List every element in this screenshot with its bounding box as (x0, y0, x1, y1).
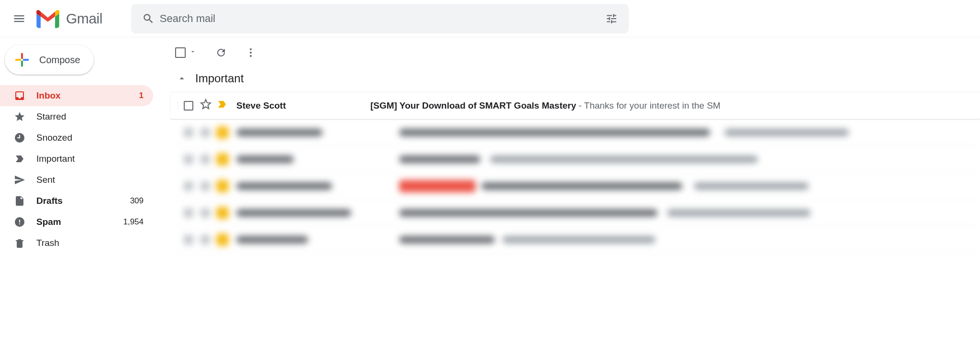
hamburger-icon (12, 12, 26, 25)
caret-down-icon (189, 48, 196, 55)
drafts-icon (13, 195, 26, 207)
gmail-m-icon (34, 8, 61, 29)
select-all-group[interactable] (175, 47, 196, 58)
main-pane: Important ⋮⋮ Steve Scott [SGM] Your Down… (153, 37, 980, 344)
mail-row-redacted (170, 146, 980, 173)
sidebar-item-count: 309 (130, 196, 144, 206)
select-all-dropdown[interactable] (188, 48, 196, 57)
mail-subject: [SGM] Your Download of SMART Goals Maste… (370, 100, 576, 111)
mail-sender: Steve Scott (236, 100, 370, 111)
sent-icon (13, 174, 26, 186)
clock-icon (13, 132, 26, 144)
app-name: Gmail (66, 11, 102, 27)
sidebar-item-snoozed[interactable]: Snoozed (0, 127, 153, 148)
sidebar-item-inbox[interactable]: Inbox 1 (0, 85, 153, 106)
section-title: Important (195, 72, 244, 85)
search-icon[interactable] (137, 7, 160, 30)
main-menu-button[interactable] (8, 7, 31, 30)
sidebar-item-label: Inbox (36, 90, 139, 101)
svg-point-1 (250, 52, 252, 54)
star-button[interactable] (200, 99, 216, 112)
compose-button[interactable]: Compose (5, 45, 94, 75)
header: Gmail (0, 0, 980, 37)
important-filled-icon (216, 99, 228, 110)
search-bar[interactable] (131, 4, 629, 33)
tune-icon (605, 12, 618, 25)
sidebar-item-label: Spam (36, 217, 123, 227)
refresh-button[interactable] (211, 42, 232, 63)
sidebar-item-label: Starred (36, 111, 144, 122)
important-icon (13, 153, 26, 165)
sidebar-item-label: Important (36, 154, 144, 164)
compose-label: Compose (39, 55, 80, 66)
chevron-up-icon (177, 73, 187, 84)
mail-row-redacted (170, 119, 980, 146)
search-options-button[interactable] (600, 7, 623, 30)
row-checkbox[interactable] (184, 101, 193, 111)
collapse-section-button[interactable] (175, 72, 189, 85)
mail-subject-line: [SGM] Your Download of SMART Goals Maste… (370, 100, 721, 111)
sidebar-item-starred[interactable]: Starred (0, 106, 153, 127)
spam-icon (13, 216, 26, 228)
sidebar-item-label: Trash (36, 238, 144, 248)
mail-snippet: - Thanks for your interest in the SM (576, 100, 721, 111)
compose-plus-icon (13, 51, 31, 68)
mail-row[interactable]: ⋮⋮ Steve Scott [SGM] Your Download of SM… (170, 92, 980, 119)
sidebar-item-label: Sent (36, 175, 144, 185)
sidebar-item-spam[interactable]: Spam 1,954 (0, 211, 153, 233)
inbox-icon (13, 89, 26, 102)
mail-toolbar (170, 37, 980, 68)
sidebar-item-important[interactable]: Important (0, 148, 153, 169)
sidebar-item-sent[interactable]: Sent (0, 169, 153, 190)
drag-handle-icon[interactable]: ⋮⋮ (174, 101, 182, 110)
mail-list: ⋮⋮ Steve Scott [SGM] Your Download of SM… (170, 92, 980, 253)
sidebar-item-count: 1,954 (123, 217, 144, 227)
important-marker[interactable] (216, 99, 236, 112)
sidebar-item-trash[interactable]: Trash (0, 233, 153, 254)
star-icon (13, 111, 26, 123)
sidebar-item-count: 1 (139, 91, 144, 100)
svg-point-2 (250, 55, 252, 57)
more-button[interactable] (240, 42, 261, 63)
sidebar-item-label: Snoozed (36, 133, 144, 143)
sidebar-nav: Inbox 1 Starred Snoozed Important Sent (0, 85, 153, 254)
section-header: Important (170, 68, 980, 92)
mail-row-redacted (170, 226, 980, 253)
trash-icon (13, 237, 26, 249)
mail-row-redacted (170, 173, 980, 200)
search-input[interactable] (160, 12, 600, 25)
sidebar-item-label: Drafts (36, 196, 130, 206)
sidebar-item-drafts[interactable]: Drafts 309 (0, 190, 153, 211)
sidebar: Compose Inbox 1 Starred Snoozed Importan… (0, 37, 153, 344)
refresh-icon (215, 47, 227, 58)
select-all-checkbox[interactable] (175, 47, 186, 58)
mail-row-redacted (170, 200, 980, 226)
gmail-logo[interactable]: Gmail (34, 8, 102, 29)
star-outline-icon (200, 99, 212, 110)
svg-point-0 (250, 48, 252, 50)
more-vert-icon (245, 47, 256, 58)
